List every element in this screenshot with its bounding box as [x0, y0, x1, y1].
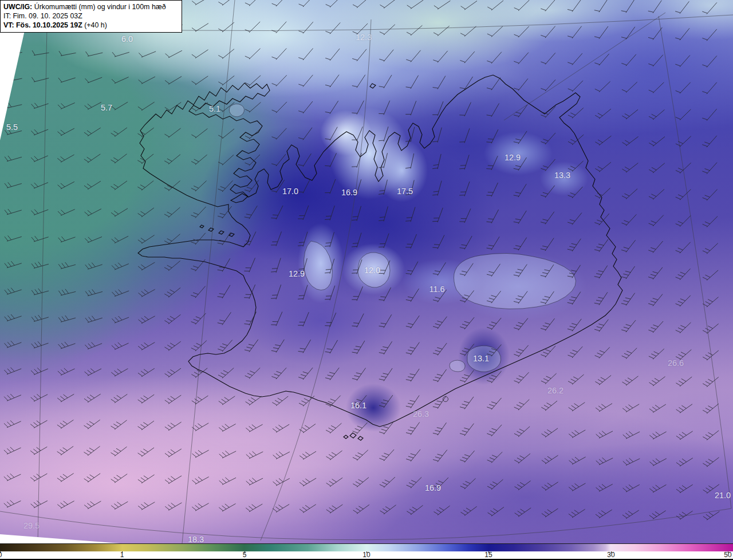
init-time-line: IT: Fim. 09. 10. 2025 03Z — [3, 11, 178, 21]
valid-suffix: (+40 h) — [84, 21, 107, 29]
colorbar-tick-label: 1 — [120, 551, 124, 559]
precip-value-label: 16.9 — [425, 483, 441, 492]
precip-value-label: 21.0 — [715, 491, 731, 500]
precip-value-label: 12.3 — [356, 33, 372, 42]
precip-value-label: 26.3 — [413, 409, 429, 419]
precip-value-label: 16.1 — [350, 401, 366, 410]
precip-value-label: 11.6 — [429, 285, 444, 294]
precip-value-label: 17.5 — [397, 187, 413, 196]
title-box: UWC/IG: Úrkomumætti (mm) og vindur i 100… — [0, 0, 182, 33]
colorbar-tick-label: 10 — [362, 551, 370, 559]
map-title: Úrkomumætti (mm) og vindur i 100m hæð — [34, 3, 166, 11]
precip-value-label: 26.6 — [668, 358, 684, 368]
valid-time: Fös. 10.10.2025 19Z — [16, 21, 82, 29]
precip-value-label: 12.0 — [364, 266, 380, 275]
precip-value-label: 13.1 — [473, 354, 489, 363]
precip-value-label: 12.9 — [505, 153, 521, 162]
colorbar-tick-label: 5 — [243, 551, 247, 559]
precip-value-label: 29.5 — [23, 521, 40, 530]
colorbar: 01510153050 — [0, 543, 733, 560]
colorbar-tick-label: 50 — [724, 551, 731, 559]
precip-value-label: 26.2 — [547, 386, 563, 395]
valid-prefix: VT: — [3, 21, 14, 29]
model-label: UWC/IG: — [3, 3, 32, 11]
precip-value-label: 17.0 — [282, 187, 298, 196]
wind-barb-glyphs — [4, 0, 720, 520]
colorbar-tick-label: 0 — [0, 551, 2, 559]
colorbar-gradient — [0, 543, 733, 551]
precip-value-label: 18.3 — [188, 535, 204, 544]
colorbar-tick-label: 30 — [607, 551, 614, 559]
weather-map-viewport: 6.012.35.75.15.517.016.917.512.913.312.9… — [0, 0, 733, 560]
precip-value-label: 6.0 — [121, 34, 133, 44]
valid-time-line: VT: Fös. 10.10.2025 19Z (+40 h) — [3, 21, 178, 30]
title-line: UWC/IG: Úrkomumætti (mm) og vindur i 100… — [3, 2, 178, 11]
precip-value-label: 12.9 — [289, 269, 305, 278]
colorbar-ticks: 01510153050 — [0, 551, 733, 559]
precip-value-label: 16.9 — [341, 188, 357, 197]
precip-value-label: 5.5 — [6, 123, 18, 132]
precip-value-label: 5.1 — [209, 104, 220, 113]
precip-value-label: 5.7 — [101, 103, 112, 112]
colorbar-tick-label: 15 — [484, 551, 492, 559]
precip-value-label: 13.3 — [554, 171, 570, 180]
